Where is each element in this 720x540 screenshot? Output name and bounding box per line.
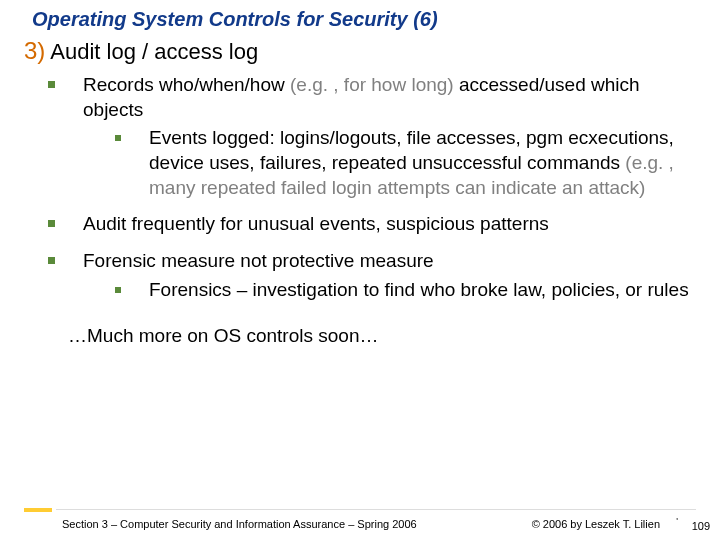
bullet-text: Forensic measure not protective measure … <box>83 249 689 302</box>
sub-lead: Events logged: logins/logouts, file acce… <box>149 127 674 173</box>
slide: Operating System Controls for Security (… <box>0 0 720 540</box>
heading-number: 3) <box>24 37 45 64</box>
text-lead: Forensic measure not protective measure <box>83 250 434 271</box>
text-lead: Records who/when/how <box>83 74 285 95</box>
slide-title: Operating System Controls for Security (… <box>32 8 700 31</box>
square-bullet-icon <box>115 287 121 293</box>
subbullet-text: Events logged: logins/logouts, file acce… <box>149 126 700 200</box>
divider-line <box>56 509 696 511</box>
square-bullet-icon <box>48 257 55 264</box>
heading-text: Audit log / access log <box>50 39 258 64</box>
page-number: 109 <box>692 520 710 532</box>
subbullet-text: Forensics – investigation to find who br… <box>149 278 689 303</box>
square-bullet-icon <box>48 220 55 227</box>
bullet-text: Audit frequently for unusual events, sus… <box>83 212 549 237</box>
bullet-level2: Events logged: logins/logouts, file acce… <box>115 126 700 200</box>
bullet-level1: Audit frequently for unusual events, sus… <box>48 212 700 237</box>
bullet-level1: Forensic measure not protective measure … <box>48 249 700 302</box>
footer-tick: ' <box>676 516 678 526</box>
body-content: Records who/when/how (e.g. , for how lon… <box>24 73 700 303</box>
text-gray: (e.g. , for how long) <box>285 74 454 95</box>
footer-right: © 2006 by Leszek T. Lilien <box>532 518 660 530</box>
bullet-level1: Records who/when/how (e.g. , for how lon… <box>48 73 700 200</box>
bullet-text: Records who/when/how (e.g. , for how lon… <box>83 73 700 200</box>
accent-bar <box>24 508 52 512</box>
main-heading: 3) Audit log / access log <box>24 37 700 65</box>
square-bullet-icon <box>115 135 121 141</box>
bullet-level2: Forensics – investigation to find who br… <box>115 278 689 303</box>
square-bullet-icon <box>48 81 55 88</box>
footer-left: Section 3 – Computer Security and Inform… <box>62 518 417 530</box>
closing-line: …Much more on OS controls soon… <box>68 325 700 347</box>
